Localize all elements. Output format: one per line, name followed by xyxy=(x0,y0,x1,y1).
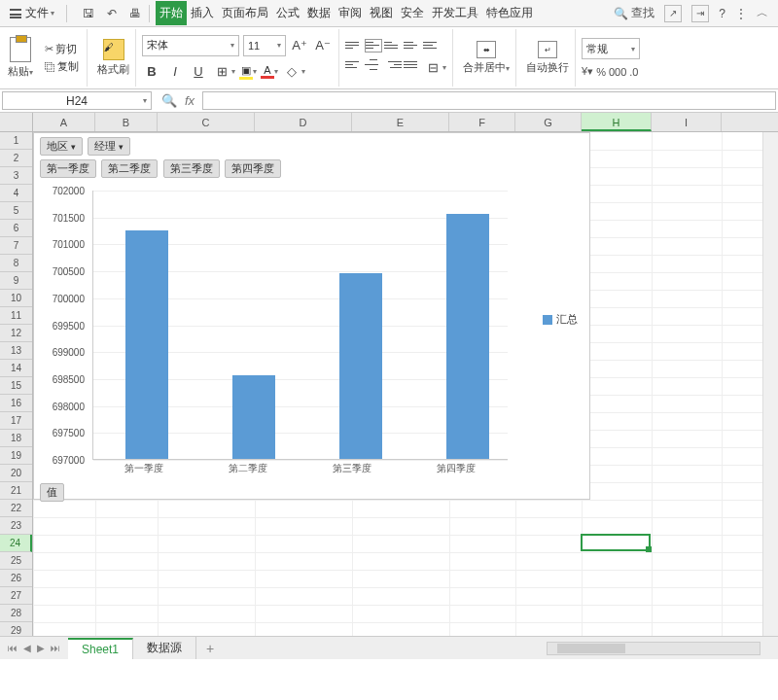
row-header[interactable]: 10 xyxy=(0,290,32,307)
comma-icon[interactable]: 000 xyxy=(609,66,626,78)
indent-increase-icon[interactable] xyxy=(423,39,441,52)
row-header[interactable]: 2 xyxy=(0,150,32,167)
first-icon[interactable]: ⏮ xyxy=(8,643,18,653)
filter-manager[interactable]: 经理▾ xyxy=(88,137,130,156)
underline-button[interactable]: U xyxy=(189,62,208,82)
decrease-font-icon[interactable]: A⁻ xyxy=(313,36,333,55)
share-icon[interactable]: ↗ xyxy=(664,5,682,22)
tab-review[interactable]: 审阅 xyxy=(335,1,366,25)
row-header[interactable]: 1 xyxy=(0,132,32,150)
column-header[interactable]: D xyxy=(255,113,352,131)
formula-input[interactable] xyxy=(202,91,776,110)
bar[interactable] xyxy=(339,273,382,459)
decimal-inc-icon[interactable]: .0 xyxy=(629,66,638,78)
column-header[interactable]: I xyxy=(652,113,722,131)
indent-decrease-icon[interactable] xyxy=(404,39,421,52)
row-header[interactable]: 27 xyxy=(0,587,32,605)
percent-icon[interactable]: % xyxy=(596,66,606,78)
row-header[interactable]: 13 xyxy=(0,342,32,360)
tab-page-layout[interactable]: 页面布局 xyxy=(218,1,272,25)
search-button[interactable]: 🔍 查找 xyxy=(614,5,654,21)
row-header[interactable]: 5 xyxy=(0,202,32,220)
bar[interactable] xyxy=(446,214,489,459)
row-header[interactable]: 25 xyxy=(0,552,32,570)
column-header[interactable]: B xyxy=(95,113,158,131)
next-icon[interactable]: ▶ xyxy=(37,643,45,653)
wrap-icon[interactable]: ↵ xyxy=(538,41,557,58)
row-header[interactable]: 7 xyxy=(0,237,32,255)
export-icon[interactable]: ⇥ xyxy=(691,5,709,22)
sheet-nav[interactable]: ⏮ ◀ ▶ ⏭ xyxy=(0,643,68,653)
more-icon[interactable]: ⋮ xyxy=(735,7,747,20)
tab-special[interactable]: 特色应用 xyxy=(482,1,537,25)
align-middle-icon[interactable] xyxy=(365,39,382,52)
bar[interactable] xyxy=(232,375,275,459)
tab-view[interactable]: 视图 xyxy=(366,1,397,25)
column-header[interactable]: A xyxy=(33,113,95,131)
paste-icon[interactable] xyxy=(10,37,31,62)
row-header[interactable]: 11 xyxy=(0,307,32,325)
border-button[interactable]: ⊞▾ xyxy=(212,62,235,82)
row-header[interactable]: 22 xyxy=(0,500,32,517)
align-top-icon[interactable] xyxy=(345,39,363,52)
row-header[interactable]: 14 xyxy=(0,360,32,377)
font-name-select[interactable]: 宋体▾ xyxy=(142,35,239,56)
orientation-button[interactable]: ⊟▾ xyxy=(423,58,446,78)
quarter-q3[interactable]: 第三季度 xyxy=(163,159,220,178)
scroll-thumb[interactable] xyxy=(557,644,625,653)
italic-button[interactable]: I xyxy=(165,62,185,82)
row-header[interactable]: 21 xyxy=(0,482,32,500)
save-icon[interactable]: 🖫 xyxy=(81,6,96,21)
row-header[interactable]: 9 xyxy=(0,272,32,290)
vertical-scrollbar[interactable] xyxy=(762,132,778,636)
column-header[interactable]: F xyxy=(449,113,515,131)
quarter-q1[interactable]: 第一季度 xyxy=(40,159,96,178)
merge-icon[interactable]: ⬌ xyxy=(477,41,496,58)
fx-icon[interactable]: fx xyxy=(185,93,194,108)
row-header[interactable]: 28 xyxy=(0,605,32,622)
sheet-tab-2[interactable]: 数据源 xyxy=(133,637,196,659)
cut-button[interactable]: 剪切 xyxy=(43,42,81,56)
sheet-tab-1[interactable]: Sheet1 xyxy=(68,638,133,659)
increase-font-icon[interactable]: A⁺ xyxy=(290,36,309,55)
tab-dev[interactable]: 开发工具 xyxy=(428,1,482,25)
filter-value[interactable]: 值 xyxy=(40,483,64,502)
print-icon[interactable]: 🖶 xyxy=(127,6,143,21)
row-header[interactable]: 18 xyxy=(0,430,32,447)
row-header[interactable]: 19 xyxy=(0,447,32,465)
justify-icon[interactable] xyxy=(404,58,421,72)
row-header[interactable]: 3 xyxy=(0,167,32,185)
tab-formulas[interactable]: 公式 xyxy=(272,1,303,25)
row-header[interactable]: 15 xyxy=(0,377,32,395)
brush-icon[interactable] xyxy=(103,39,124,60)
row-header[interactable]: 4 xyxy=(0,185,32,202)
copy-button[interactable]: 复制 xyxy=(43,59,81,74)
brush-label[interactable]: 格式刷 xyxy=(97,62,129,77)
row-header[interactable]: 17 xyxy=(0,412,32,430)
column-header[interactable]: H xyxy=(582,113,652,131)
row-header[interactable]: 24 xyxy=(0,535,32,552)
tab-security[interactable]: 安全 xyxy=(397,1,428,25)
font-size-select[interactable]: 11▾ xyxy=(243,35,286,56)
file-menu[interactable]: 文件 ▾ xyxy=(4,5,60,21)
help-icon[interactable]: ? xyxy=(719,7,725,20)
fill-color-button[interactable]: ▣▾ xyxy=(239,64,257,80)
name-box[interactable]: H24 ▾ xyxy=(2,91,152,110)
select-all-corner[interactable] xyxy=(0,113,33,131)
bold-button[interactable]: B xyxy=(142,62,161,82)
tab-insert[interactable]: 插入 xyxy=(187,1,218,25)
collapse-ribbon-icon[interactable]: ︿ xyxy=(757,5,768,21)
tab-start[interactable]: 开始 xyxy=(156,1,187,25)
align-bottom-icon[interactable] xyxy=(384,39,402,52)
font-color-button[interactable]: A▾ xyxy=(261,64,278,79)
row-header[interactable]: 23 xyxy=(0,517,32,535)
align-center-icon[interactable] xyxy=(365,58,382,72)
zoom-icon[interactable]: 🔍 xyxy=(161,93,177,108)
column-header[interactable]: C xyxy=(158,113,255,131)
quarter-q4[interactable]: 第四季度 xyxy=(225,159,281,178)
align-left-icon[interactable] xyxy=(345,58,363,72)
row-header[interactable]: 26 xyxy=(0,570,32,587)
bar[interactable] xyxy=(125,230,168,459)
add-sheet-button[interactable]: + xyxy=(196,641,224,656)
effects-button[interactable]: ◇▾ xyxy=(282,62,305,82)
